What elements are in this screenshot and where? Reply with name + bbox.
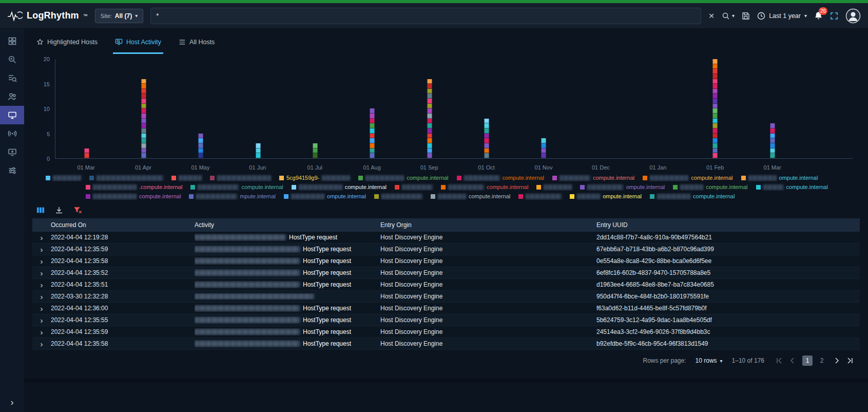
bar-segment[interactable] xyxy=(141,128,146,134)
tab-highlighted-hosts[interactable]: Highlighted Hosts xyxy=(34,32,100,54)
bar-segment[interactable] xyxy=(141,89,146,94)
bar-segment[interactable] xyxy=(370,153,375,158)
global-search-bar[interactable] xyxy=(150,8,701,24)
page-number-2[interactable]: 2 xyxy=(817,355,827,366)
bar-segment[interactable] xyxy=(427,138,432,143)
bar-segment[interactable] xyxy=(770,123,775,128)
legend-item[interactable]: .compute.internal xyxy=(86,184,182,190)
search-input[interactable] xyxy=(156,12,696,20)
table-row[interactable]: ›2022-04-04 12:36:00HostType requestHost… xyxy=(32,303,860,314)
stacked-bar-01-sep[interactable] xyxy=(427,79,432,158)
export-download-button[interactable] xyxy=(55,206,63,214)
legend-item[interactable]: compute.internal xyxy=(441,184,528,190)
bar-segment[interactable] xyxy=(713,148,718,154)
stacked-bar-01-feb[interactable] xyxy=(713,59,718,158)
legend-item[interactable]: compute.internal xyxy=(643,175,732,181)
legend-item[interactable]: compute.internal xyxy=(190,184,283,190)
bar-segment[interactable] xyxy=(713,93,718,99)
bar-segment[interactable] xyxy=(427,134,432,139)
bar-segment[interactable] xyxy=(141,153,146,158)
bar-segment[interactable] xyxy=(427,153,432,158)
column-header-entry-origin[interactable]: Entry Orgin xyxy=(380,221,596,229)
bar-segment[interactable] xyxy=(84,148,89,154)
bar-segment[interactable] xyxy=(141,119,146,124)
bar-segment[interactable] xyxy=(427,84,432,89)
row-expand-chevron-icon[interactable]: › xyxy=(32,246,51,253)
bar-segment[interactable] xyxy=(141,143,146,148)
bar-segment[interactable] xyxy=(141,114,146,119)
row-expand-chevron-icon[interactable]: › xyxy=(32,257,51,265)
bar-segment[interactable] xyxy=(770,128,775,134)
bar-segment[interactable] xyxy=(141,108,146,114)
sidebar-item-administration[interactable] xyxy=(0,161,24,180)
bar-segment[interactable] xyxy=(427,128,432,134)
bar-segment[interactable] xyxy=(427,104,432,109)
bar-segment[interactable] xyxy=(370,119,375,124)
legend-item[interactable]: ompute.internal xyxy=(570,193,642,199)
legend-item[interactable]: compute.internal xyxy=(673,184,747,190)
time-range-selector[interactable]: Last 1 year ▾ xyxy=(757,12,807,20)
bar-segment[interactable] xyxy=(370,134,375,139)
legend-item[interactable]: compute.internal xyxy=(292,184,387,190)
legend-item[interactable]: ompute.internal xyxy=(741,175,818,181)
bar-segment[interactable] xyxy=(427,89,432,94)
stacked-bar-01-jul[interactable] xyxy=(313,143,317,158)
legend-item[interactable] xyxy=(89,175,163,181)
bar-segment[interactable] xyxy=(485,148,489,154)
table-row[interactable]: ›2022-04-04 12:35:55HostType requestHost… xyxy=(32,314,860,326)
table-row[interactable]: ›2022-04-04 12:35:51HostType requestHost… xyxy=(32,279,860,291)
bar-segment[interactable] xyxy=(199,148,203,154)
bar-segment[interactable] xyxy=(485,128,489,134)
bar-segment[interactable] xyxy=(770,143,775,148)
bar-segment[interactable] xyxy=(485,119,489,124)
bar-segment[interactable] xyxy=(141,123,146,128)
row-expand-chevron-icon[interactable]: › xyxy=(32,269,51,277)
bar-segment[interactable] xyxy=(542,153,546,158)
bar-segment[interactable] xyxy=(713,99,718,104)
sidebar-item-searches[interactable] xyxy=(0,69,24,87)
bar-segment[interactable] xyxy=(370,128,375,134)
bar-segment[interactable] xyxy=(713,64,718,69)
legend-item[interactable]: compute.internal xyxy=(552,175,634,181)
bar-segment[interactable] xyxy=(370,123,375,128)
bar-segment[interactable] xyxy=(427,119,432,124)
bar-segment[interactable] xyxy=(713,84,718,89)
bar-segment[interactable] xyxy=(427,93,432,99)
legend-item[interactable] xyxy=(374,194,422,199)
bar-segment[interactable] xyxy=(427,143,432,148)
bar-segment[interactable] xyxy=(427,114,432,119)
bar-segment[interactable] xyxy=(485,123,489,128)
bar-segment[interactable] xyxy=(713,143,718,148)
bar-segment[interactable] xyxy=(713,119,718,124)
site-selector[interactable]: Site: All (7) ▾ xyxy=(95,9,143,23)
bar-segment[interactable] xyxy=(427,79,432,84)
legend-item[interactable]: compute.internal xyxy=(431,193,510,199)
legend-item[interactable]: 5cg94159g9- xyxy=(279,175,350,181)
bar-segment[interactable] xyxy=(141,84,146,89)
bar-segment[interactable] xyxy=(256,153,260,158)
bar-segment[interactable] xyxy=(141,99,146,104)
sidebar-expand-button[interactable]: › xyxy=(0,397,24,408)
legend-item[interactable] xyxy=(518,194,562,199)
bar-segment[interactable] xyxy=(313,153,317,158)
column-header-occurred-on[interactable]: Occurred On xyxy=(51,221,195,229)
stacked-bar-01-jun[interactable] xyxy=(256,143,260,158)
bar-segment[interactable] xyxy=(199,143,203,148)
bar-segment[interactable] xyxy=(256,143,260,148)
bar-segment[interactable] xyxy=(141,134,146,139)
sidebar-item-people[interactable] xyxy=(0,87,24,106)
stacked-bar-01-mar[interactable] xyxy=(84,148,89,158)
stacked-bar-01-mar[interactable] xyxy=(770,123,775,158)
row-expand-chevron-icon[interactable]: › xyxy=(32,234,51,241)
stacked-bar-01-may[interactable] xyxy=(199,134,203,158)
bar-segment[interactable] xyxy=(713,89,718,94)
bar-segment[interactable] xyxy=(542,143,546,148)
bar-segment[interactable] xyxy=(370,138,375,143)
bar-segment[interactable] xyxy=(485,143,489,148)
legend-item[interactable]: compute.internal xyxy=(650,193,735,199)
page-number-1[interactable]: 1 xyxy=(802,355,813,366)
bar-segment[interactable] xyxy=(485,138,489,143)
notifications-button[interactable]: 26 xyxy=(814,11,823,20)
bar-segment[interactable] xyxy=(313,143,317,148)
table-row[interactable]: ›2022-04-04 12:35:59HostType requestHost… xyxy=(32,326,860,338)
